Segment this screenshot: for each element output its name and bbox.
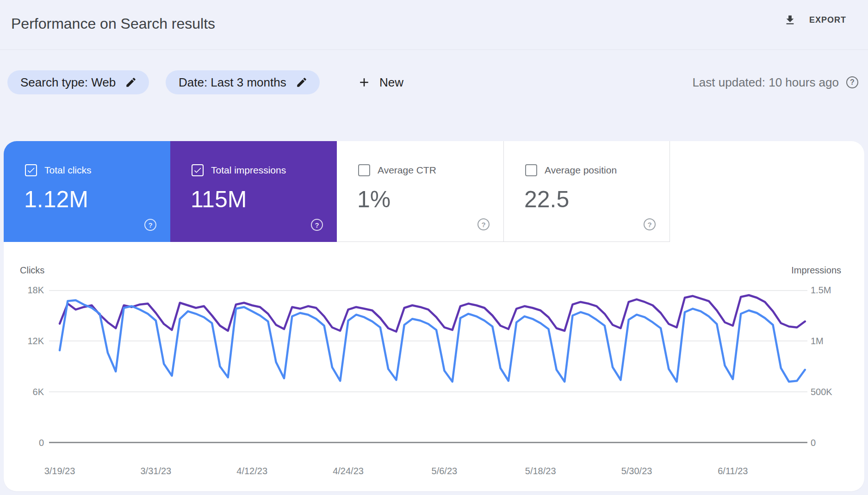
new-filter-button[interactable]: New — [357, 70, 403, 94]
average-position-card[interactable]: Average position 22.5 ? — [503, 141, 670, 242]
total-clicks-value: 1.12M — [4, 176, 170, 211]
y-tick-label: 1.5M — [811, 284, 831, 296]
help-icon[interactable]: ? — [644, 218, 656, 230]
card-label: Average CTR — [378, 165, 436, 176]
edit-pencil-icon — [125, 76, 137, 88]
metric-cards-row: Total clicks 1.12M ? Total impressions 1… — [4, 141, 864, 242]
search-type-chip-label: Search type: Web — [20, 75, 116, 90]
last-updated: Last updated: 10 hours ago ? — [692, 70, 858, 94]
performance-panel: Total clicks 1.12M ? Total impressions 1… — [4, 141, 864, 491]
y-tick-label: 18K — [9, 284, 44, 296]
left-axis-title: Clicks — [20, 265, 44, 276]
x-tick-label: 3/31/23 — [140, 466, 171, 476]
total-impressions-card[interactable]: Total impressions 115M ? — [170, 141, 337, 242]
right-axis-title: Impressions — [791, 265, 841, 276]
header-divider — [0, 50, 868, 50]
search-type-chip[interactable]: Search type: Web — [7, 70, 149, 94]
date-range-chip-label: Date: Last 3 months — [179, 75, 286, 90]
performance-chart — [49, 290, 807, 443]
download-icon — [784, 14, 796, 26]
checked-checkbox-icon[interactable] — [25, 164, 37, 176]
y-tick-label: 12K — [9, 335, 44, 347]
total-impressions-value: 115M — [170, 176, 337, 211]
export-label: EXPORT — [809, 15, 846, 25]
card-label: Total impressions — [211, 165, 286, 176]
average-ctr-value: 1% — [337, 176, 503, 211]
last-updated-text: Last updated: 10 hours ago — [692, 75, 839, 90]
new-filter-label: New — [379, 75, 403, 90]
card-label: Total clicks — [44, 165, 92, 176]
plus-icon — [357, 75, 371, 89]
date-range-chip[interactable]: Date: Last 3 months — [166, 70, 320, 94]
y-tick-label: 0 — [811, 437, 816, 449]
card-label: Average position — [545, 165, 617, 176]
y-tick-label: 500K — [811, 386, 832, 398]
help-icon[interactable]: ? — [311, 219, 323, 231]
average-ctr-card[interactable]: Average CTR 1% ? — [337, 141, 503, 242]
x-tick-label: 5/6/23 — [432, 466, 458, 476]
help-icon[interactable]: ? — [144, 219, 156, 231]
x-tick-label: 3/19/23 — [44, 466, 75, 476]
chart-series-svg — [49, 290, 807, 443]
unchecked-checkbox-icon[interactable] — [525, 164, 537, 176]
export-button[interactable]: EXPORT — [784, 14, 846, 26]
y-tick-label: 6K — [9, 386, 44, 398]
average-position-value: 22.5 — [504, 176, 670, 211]
x-tick-label: 6/11/23 — [718, 466, 748, 476]
edit-pencil-icon — [296, 76, 308, 88]
total-clicks-card[interactable]: Total clicks 1.12M ? — [4, 141, 170, 242]
page-title: Performance on Search results — [11, 15, 215, 32]
search-console-performance-page: Performance on Search results EXPORT Sea… — [0, 0, 868, 495]
x-tick-label: 4/24/23 — [333, 466, 364, 476]
x-tick-label: 4/12/23 — [236, 466, 267, 476]
unchecked-checkbox-icon[interactable] — [358, 164, 370, 176]
checkmark-icon — [26, 166, 36, 175]
checked-checkbox-icon[interactable] — [192, 164, 204, 176]
y-tick-label: 1M — [811, 335, 824, 347]
x-tick-label: 5/30/23 — [621, 466, 652, 476]
x-axis-labels: 3/19/233/31/234/12/234/24/235/6/235/18/2… — [49, 466, 807, 478]
y-tick-label: 0 — [9, 437, 44, 449]
help-icon[interactable]: ? — [846, 76, 858, 88]
x-tick-label: 5/18/23 — [525, 466, 556, 476]
help-icon[interactable]: ? — [477, 218, 490, 230]
checkmark-icon — [193, 166, 202, 175]
